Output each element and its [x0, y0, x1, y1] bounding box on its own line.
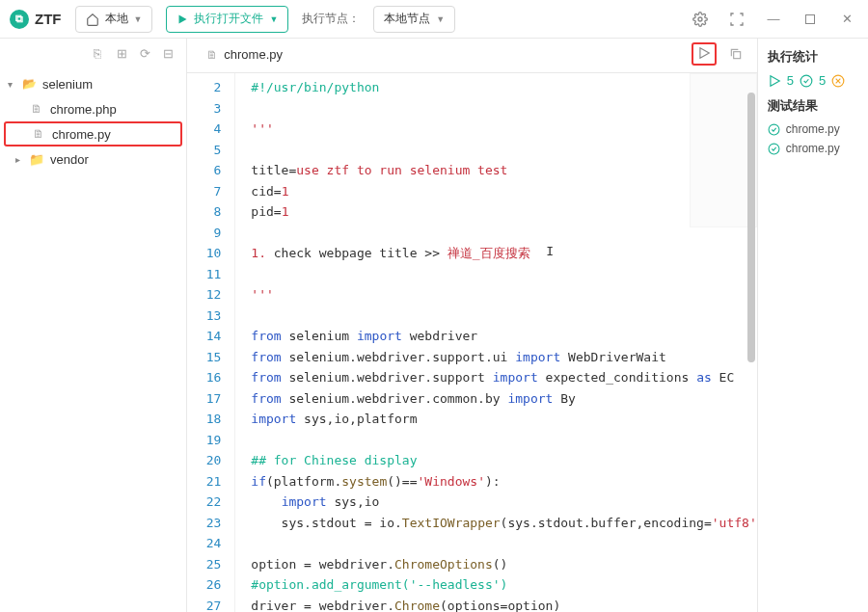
tree-item-vendor[interactable]: ▸ 📁 vendor — [0, 146, 186, 172]
minimize-icon: — — [768, 12, 780, 26]
check-circle-icon — [800, 74, 813, 88]
chevron-down-icon: ▾ — [8, 79, 21, 90]
svg-rect-1 — [806, 14, 815, 23]
run-open-file-button[interactable]: 执行打开文件 ▼ — [166, 6, 288, 33]
editor-tab-actions — [692, 42, 747, 66]
run-open-file-label: 执行打开文件 — [194, 11, 263, 27]
square-icon — [804, 13, 816, 25]
editor-tabs: 🗎 chrome.py — [187, 39, 756, 73]
minimize-button[interactable]: — — [762, 8, 785, 31]
play-icon — [768, 74, 781, 88]
svg-rect-2 — [733, 52, 740, 59]
result-label: chrome.py — [786, 122, 840, 136]
exec-node-value: 本地节点 — [384, 11, 430, 27]
tree-item-chrome-php[interactable]: 🗎 chrome.php — [0, 96, 186, 121]
pass-count: 5 — [819, 73, 826, 88]
sidebar: ⎘ ⊞ ⟳ ⊟ ▾ 📂 selenium 🗎 chrome.php 🗎 chro… — [0, 39, 187, 612]
right-panel: 执行统计 5 5 测试结果 chrome.py chrome.py — [757, 39, 868, 612]
tree-root-label: selenium — [42, 77, 93, 92]
tab-chrome-py[interactable]: 🗎 chrome.py — [195, 39, 294, 73]
chevron-down-icon: ▼ — [134, 14, 143, 24]
tree-root[interactable]: ▾ 📂 selenium — [0, 71, 186, 96]
exec-stats-title: 执行统计 — [768, 48, 858, 66]
play-icon — [176, 13, 188, 25]
folder-icon: 📁 — [29, 152, 44, 167]
tree-item-label: chrome.py — [52, 127, 111, 142]
warning-icon — [831, 74, 845, 88]
tab-label: chrome.py — [224, 47, 283, 62]
exec-node-label: 执行节点： — [302, 11, 360, 27]
local-button[interactable]: 本地 ▼ — [75, 6, 153, 33]
scrollbar-thumb[interactable] — [747, 93, 755, 362]
refresh-icon[interactable]: ⟳ — [140, 46, 153, 60]
chevron-down-icon: ▼ — [436, 14, 445, 24]
play-icon — [697, 46, 711, 60]
home-icon — [86, 13, 99, 26]
gear-icon — [692, 12, 708, 27]
result-item[interactable]: chrome.py — [768, 142, 858, 155]
sidebar-actions: ⎘ ⊞ ⟳ ⊟ — [0, 39, 186, 67]
tree-item-label: vendor — [50, 152, 89, 167]
svg-point-3 — [800, 75, 812, 87]
svg-point-5 — [769, 124, 779, 135]
line-gutter: 2345678910111213141516171819202122232425… — [187, 73, 235, 612]
copy-icon — [729, 47, 743, 61]
file-icon: 🗎 — [29, 102, 44, 116]
exec-stats: 5 5 — [768, 73, 858, 88]
toolbar: ⧉ ZTF 本地 ▼ 执行打开文件 ▼ 执行节点： 本地节点 ▼ — ✕ — [0, 0, 868, 39]
editor-area: 🗎 chrome.py 2345678910111213141516171819… — [187, 39, 756, 612]
test-results-title: 测试结果 — [768, 97, 858, 115]
fullscreen-icon — [729, 12, 745, 27]
collapse-icon[interactable]: ⊟ — [163, 46, 176, 60]
code-lines[interactable]: #!/usr/bin/python ''' title=use ztf to r… — [235, 73, 756, 612]
code-editor[interactable]: 2345678910111213141516171819202122232425… — [187, 73, 756, 612]
file-tree: ▾ 📂 selenium 🗎 chrome.php 🗎 chrome.py ▸ … — [0, 67, 186, 612]
result-item[interactable]: chrome.py — [768, 122, 858, 136]
run-button[interactable] — [692, 42, 717, 66]
close-icon: ✕ — [842, 12, 853, 26]
text-cursor: 𝙸 — [546, 244, 548, 261]
logo-icon: ⧉ — [10, 10, 29, 29]
chevron-right-icon: ▸ — [15, 154, 29, 165]
chevron-down-icon: ▼ — [269, 14, 278, 24]
tree-item-label: chrome.php — [50, 102, 117, 117]
local-button-label: 本地 — [105, 11, 128, 27]
new-file-icon[interactable]: ⎘ — [94, 46, 107, 60]
result-label: chrome.py — [786, 142, 840, 155]
scrollbar-vertical[interactable] — [746, 73, 757, 612]
app-logo: ⧉ ZTF — [10, 10, 62, 29]
maximize-button[interactable] — [799, 8, 822, 31]
settings-button[interactable] — [689, 8, 712, 31]
check-circle-icon — [768, 143, 780, 155]
fullscreen-button[interactable] — [725, 8, 748, 31]
logo-text: ZTF — [35, 11, 62, 27]
tree-item-chrome-py[interactable]: 🗎 chrome.py — [4, 121, 182, 146]
main: ⎘ ⊞ ⟳ ⊟ ▾ 📂 selenium 🗎 chrome.php 🗎 chro… — [0, 39, 868, 612]
svg-point-6 — [769, 144, 779, 154]
close-button[interactable]: ✕ — [835, 8, 858, 31]
new-folder-icon[interactable]: ⊞ — [117, 46, 130, 60]
folder-open-icon: 📂 — [21, 77, 37, 91]
exec-node-select[interactable]: 本地节点 ▼ — [373, 6, 455, 33]
check-circle-icon — [768, 123, 780, 136]
copy-button[interactable] — [724, 42, 747, 66]
run-count: 5 — [787, 73, 794, 88]
file-icon: 🗎 — [206, 48, 218, 62]
svg-point-0 — [698, 17, 702, 21]
file-icon: 🗎 — [31, 127, 46, 141]
